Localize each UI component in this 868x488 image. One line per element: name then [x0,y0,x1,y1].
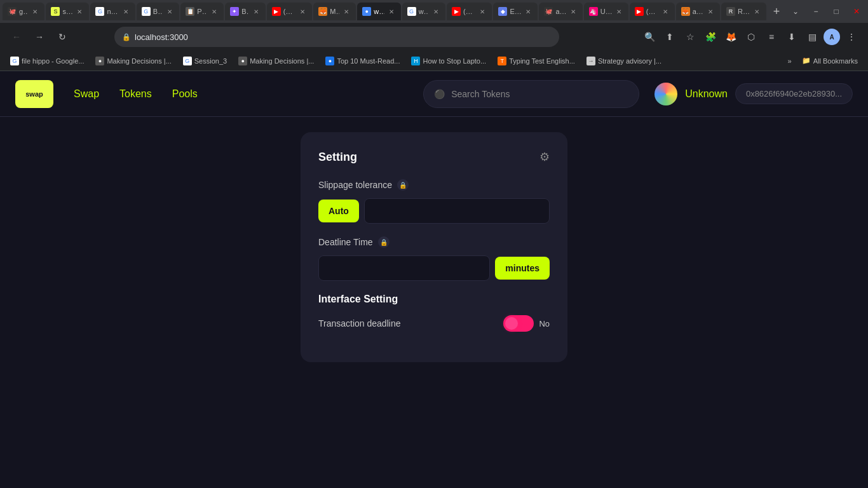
browser-tab-tab-2a[interactable]: ▶ (2) A... ✕ [630,3,675,20]
profile-avatar[interactable]: A [824,29,840,45]
settings-title: Setting [318,151,357,164]
download-icon[interactable]: ⬇ [783,28,801,46]
bookmark-icon[interactable]: ☆ [681,28,699,46]
browser-tab-tab-eth[interactable]: ◆ ETH... ✕ [493,3,538,20]
app-logo[interactable]: swap [15,80,53,108]
tab-close-tab-active[interactable]: ✕ [387,7,396,16]
slippage-input[interactable] [364,198,550,224]
browser-tab-tab-metamask[interactable]: 🦊 Met... ✕ [313,3,356,20]
bookmark-item-6[interactable]: T Typing Test English... [492,55,580,67]
toggle-container: No [503,315,550,332]
slippage-section: Slippage tolerance 🔒 Auto [318,179,550,224]
bookmark-item-0[interactable]: G file hippo - Google... [5,55,89,67]
all-bookmarks-folder[interactable]: 📁 All Bookmarks [797,55,863,67]
tab-controls: ⌄ − □ ✕ [787,3,865,20]
tab-close-tab-network[interactable]: ✕ [121,7,130,16]
minimize-button[interactable]: − [807,3,825,20]
toolbar-right: 🔍 ⬆ ☆ 🧩 🦊 ⬡ ≡ ⬇ ▤ A ⋮ [641,28,860,46]
bookmark-item-4[interactable]: ● Top 10 Must-Read... [320,55,405,67]
tab-close-tab-metamask[interactable]: ✕ [342,7,351,16]
transaction-deadline-row: Transaction deadline No [318,315,550,332]
tab-close-tab-unis[interactable]: ✕ [614,7,623,16]
navbar: swap Swap Tokens Pools ⚫ Search Tokens U… [0,71,868,117]
bookmark-item-1[interactable]: ● Making Decisions |... [90,55,176,67]
back-button[interactable]: ← [8,28,25,46]
list-icon[interactable]: ≡ [763,28,780,46]
minutes-button[interactable]: minutes [495,257,550,280]
metamask-icon[interactable]: 🦊 [722,28,740,46]
app-content: swap Swap Tokens Pools ⚫ Search Tokens U… [0,71,868,488]
tab-bar: 🐙 gith... ✕ S swa... ✕ G netw... ✕ G Big… [0,0,868,23]
browser-tab-tab-addr[interactable]: 🦊 addr... ✕ [676,3,720,20]
share-icon[interactable]: ⬆ [661,28,679,46]
tab-close-tab-project[interactable]: ✕ [210,7,219,16]
search-icon[interactable]: 🔍 [641,28,658,46]
wallet-section: Unknown 0x8626f6940e2eb28930... [654,83,853,105]
deadline-label-text: Deatline Time [318,237,373,247]
slippage-lock-icon: 🔒 [397,179,409,191]
browser-tab-tab-rem[interactable]: R Rem... ✕ [721,3,766,20]
bookmarks-bar: G file hippo - Google... ● Making Decisi… [0,51,868,71]
tab-close-tab-2a[interactable]: ✕ [661,7,670,16]
tab-close-tab-alex[interactable]: ✕ [569,7,578,16]
browser-tab-tab-network[interactable]: G netw... ✕ [90,3,135,20]
wallet-avatar [654,83,677,105]
tabs-list-button[interactable]: ⌄ [787,3,804,20]
auto-button[interactable]: Auto [318,200,359,222]
maximize-button[interactable]: □ [827,3,845,20]
close-browser-button[interactable]: ✕ [848,3,865,20]
browser-tab-tab-project[interactable]: 📋 Proj... ✕ [180,3,224,20]
search-placeholder: Search Tokens [451,89,510,99]
tab-close-tab-github[interactable]: ✕ [31,7,39,16]
toggle-state-label: No [539,319,550,329]
extensions-icon[interactable]: 🧩 [702,28,719,46]
browser-tab-tab-github[interactable]: 🐙 gith... ✕ [3,3,44,20]
settings-panel: Setting ⚙ Slippage tolerance 🔒 Auto Deat… [301,132,567,362]
folder-icon: 📁 [802,57,811,65]
browser-tab-tab-2e[interactable]: ▶ (2) E... ✕ [447,3,492,20]
browser-tab-tab-youtube2k[interactable]: ▶ (2) K... ✕ [267,3,312,20]
search-bar[interactable]: ⚫ Search Tokens [423,80,639,108]
browser-tab-tab-swap[interactable]: S swa... ✕ [46,3,89,20]
address-bar: ← → ↻ 🔒 localhost:3000 🔍 ⬆ ☆ 🧩 🦊 ⬡ ≡ ⬇ ▤… [0,23,868,51]
tab-close-tab-rem[interactable]: ✕ [752,7,761,16]
new-tab-button[interactable]: + [768,3,785,20]
browser-tab-tab-what2[interactable]: G wha... ✕ [402,3,445,20]
tab-close-tab-addr[interactable]: ✕ [706,7,715,16]
browser-tab-tab-bigtable[interactable]: G Bigt... ✕ [137,3,179,20]
browser-tab-tab-unis[interactable]: 🦄 Unis... ✕ [584,3,628,20]
wallet-address[interactable]: 0x8626f6940e2eb28930... [735,83,853,104]
deadline-section: Deatline Time 🔒 minutes [318,236,550,281]
bookmark-item-2[interactable]: G Session_3 [178,55,232,67]
browser-tab-tab-active[interactable]: ● wha... ✕ [357,3,400,20]
nav-pools[interactable]: Pools [172,88,198,100]
nav-tokens[interactable]: Tokens [119,88,152,100]
browser-chrome: 🐙 gith... ✕ S swa... ✕ G netw... ✕ G Big… [0,0,868,71]
deadline-lock-icon: 🔒 [378,236,390,248]
tab-close-tab-eth[interactable]: ✕ [524,7,532,16]
tab-close-tab-bard[interactable]: ✕ [252,7,261,16]
browser-tab-tab-bard[interactable]: ✦ Bard ✕ [225,3,266,20]
menu-icon[interactable]: ⋮ [843,28,860,46]
reload-button[interactable]: ↻ [53,28,71,46]
settings-gear-icon[interactable]: ⚙ [539,150,550,164]
tab-close-tab-bigtable[interactable]: ✕ [165,7,174,16]
browser-tab-tab-alex[interactable]: 🐙 alex... ✕ [539,3,582,20]
tab-close-tab-what2[interactable]: ✕ [431,7,440,16]
url-bar[interactable]: 🔒 localhost:3000 [114,27,559,47]
main-content: Setting ⚙ Slippage tolerance 🔒 Auto Deat… [0,117,868,488]
forward-button[interactable]: → [31,28,48,46]
tab-close-tab-youtube2k[interactable]: ✕ [298,7,307,16]
sidebar-icon[interactable]: ▤ [803,28,821,46]
toggle-switch[interactable] [503,315,534,332]
bookmark-item-3[interactable]: ● Making Decisions |... [233,55,319,67]
puzzle-icon[interactable]: ⬡ [742,28,760,46]
bookmark-item-7[interactable]: → Strategy advisory |... [581,55,667,67]
tab-close-tab-2e[interactable]: ✕ [478,7,487,16]
toggle-knob [505,317,518,330]
nav-swap[interactable]: Swap [74,88,99,100]
tab-close-tab-swap[interactable]: ✕ [75,7,84,16]
deadline-input[interactable] [318,255,490,281]
bookmarks-more-button[interactable]: » [784,55,796,67]
bookmark-item-5[interactable]: H How to Stop Lapto... [406,55,491,67]
